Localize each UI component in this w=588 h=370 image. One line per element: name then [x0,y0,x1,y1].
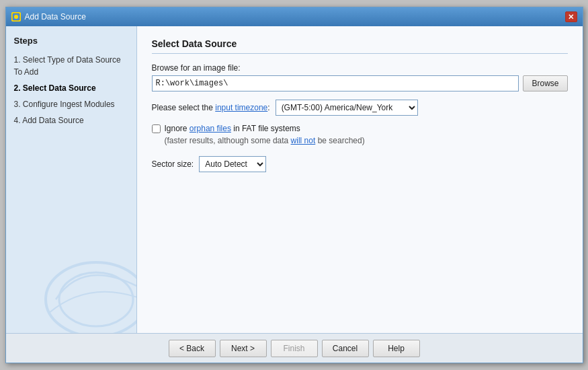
checkbox-row: Ignore orphan files in FAT file systems [152,124,568,133]
sidebar: Steps 1. Select Type of Data Source To A… [6,26,137,333]
browse-input[interactable] [152,75,519,91]
sidebar-title: Steps [14,36,128,46]
svg-point-1 [14,15,18,19]
timezone-label: Please select the input timezone: [152,103,270,112]
sidebar-watermark [42,239,137,333]
step-2: 2. Select Data Source [14,82,128,94]
title-bar-left: Add Data Source [11,12,86,22]
sector-select[interactable]: Auto Detect 512 1024 2048 4096 [199,156,266,172]
checkbox-label: Ignore orphan files in FAT file systems [165,124,300,133]
timezone-select[interactable]: (GMT-5:00) America/New_York (GMT-8:00) A… [276,100,418,116]
title-bar-text: Add Data Source [25,12,86,22]
hint-text: (faster results, although some data will… [165,136,568,145]
spacer [152,172,568,321]
step-1: 1. Select Type of Data Source To Add [14,54,128,78]
browse-row: Browse [152,75,568,91]
help-button[interactable]: Help [373,340,420,357]
footer: < Back Next > Finish Cancel Help [6,333,583,363]
timezone-row: Please select the input timezone: (GMT-5… [152,100,568,116]
orphan-files-checkbox[interactable] [152,124,161,133]
cancel-button[interactable]: Cancel [322,340,369,357]
window-body: Steps 1. Select Type of Data Source To A… [6,26,583,333]
next-button[interactable]: Next > [220,340,267,357]
main-window: Add Data Source ✕ Steps 1. Select Type o… [5,7,583,363]
step-3: 3. Configure Ingest Modules [14,98,128,110]
timezone-link: input timezone [215,103,267,112]
window-icon [11,12,21,22]
back-button[interactable]: < Back [169,340,216,357]
sector-row: Sector size: Auto Detect 512 1024 2048 4… [152,156,568,172]
finish-button[interactable]: Finish [271,340,318,357]
browse-label: Browse for an image file: [152,63,568,73]
steps-list: 1. Select Type of Data Source To Add 2. … [14,54,128,131]
browse-button[interactable]: Browse [523,75,567,91]
main-content: Select Data Source Browse for an image f… [137,26,583,333]
step-4: 4. Add Data Source [14,114,128,126]
section-title: Select Data Source [152,38,568,54]
sector-label: Sector size: [152,159,194,169]
close-button[interactable]: ✕ [565,11,577,22]
title-bar: Add Data Source ✕ [6,7,583,26]
